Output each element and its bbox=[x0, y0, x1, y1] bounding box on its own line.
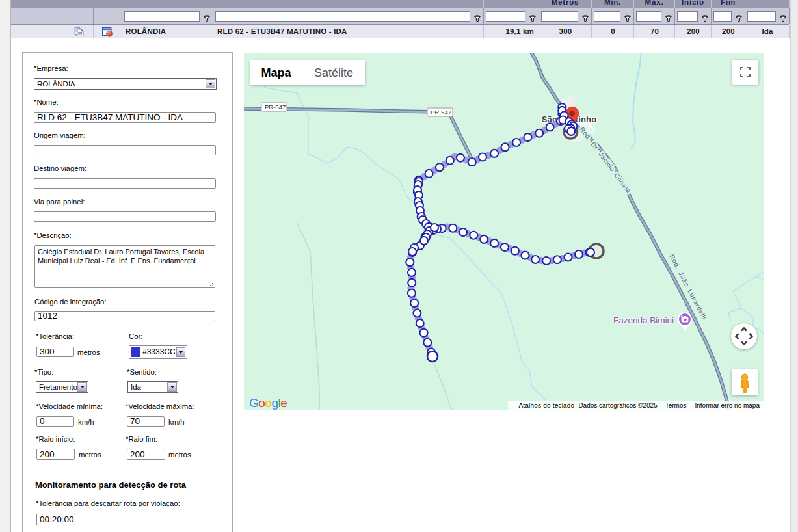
svg-text:Rod. João Lunardelli: Rod. João Lunardelli bbox=[668, 253, 708, 321]
svg-text:Rod. Dr. Jacídio Correia: Rod. Dr. Jacídio Correia bbox=[578, 126, 632, 194]
svg-text:Fazenda Bimini: Fazenda Bimini bbox=[613, 315, 674, 325]
svg-text:PR-547: PR-547 bbox=[431, 109, 451, 116]
svg-text:PR-547: PR-547 bbox=[265, 103, 286, 111]
